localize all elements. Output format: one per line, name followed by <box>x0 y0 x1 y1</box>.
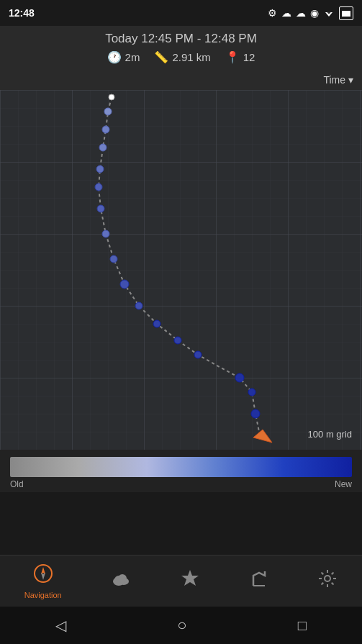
svg-point-15 <box>135 302 142 309</box>
svg-point-18 <box>194 351 202 358</box>
cloud-nav-icon <box>110 570 132 592</box>
svg-point-13 <box>110 255 117 263</box>
nav-item-track[interactable] <box>249 568 269 594</box>
battery-icon <box>339 6 353 20</box>
color-scale-labels: Old New <box>10 479 352 489</box>
cloud2-icon: ☁ <box>296 7 306 19</box>
svg-marker-24 <box>41 567 45 574</box>
color-scale-bar <box>10 457 352 477</box>
track-icon <box>249 568 269 594</box>
stat-duration: 🕐 2m <box>107 50 140 64</box>
track-svg <box>0 90 362 450</box>
star-icon <box>180 568 200 594</box>
svg-point-5 <box>109 94 114 100</box>
ruler-icon: 📏 <box>154 50 168 64</box>
status-bar: 12:48 ⚙ ☁ ☁ ◉ <box>0 0 362 26</box>
svg-marker-25 <box>41 573 45 580</box>
status-time: 12:48 <box>9 7 35 19</box>
nav-item-star[interactable] <box>180 568 200 594</box>
color-scale-old-label: Old <box>10 479 24 489</box>
header-stats: 🕐 2m 📏 2.91 km 📍 12 <box>0 50 362 64</box>
duration-value: 2m <box>125 51 140 63</box>
nav-item-settings[interactable] <box>317 568 338 594</box>
svg-point-8 <box>99 144 107 151</box>
stat-distance: 📏 2.91 km <box>154 50 210 64</box>
nav-item-navigation[interactable]: Navigation <box>24 563 62 599</box>
chevron-down-icon[interactable]: ▾ <box>348 74 353 86</box>
svg-point-11 <box>97 205 104 212</box>
back-button[interactable]: ◁ <box>55 617 66 634</box>
svg-point-12 <box>102 230 109 237</box>
status-icons: ⚙ ☁ ☁ ◉ <box>268 6 353 20</box>
points-value: 12 <box>243 51 255 63</box>
svg-point-6 <box>104 108 112 115</box>
svg-marker-22 <box>253 430 272 443</box>
header-title: Today 12:45 PM - 12:48 PM <box>0 32 362 46</box>
svg-point-21 <box>251 409 260 418</box>
svg-point-17 <box>174 337 181 344</box>
svg-point-29 <box>118 574 127 583</box>
svg-point-16 <box>153 320 160 327</box>
svg-point-20 <box>248 389 255 396</box>
location-icon: ◉ <box>310 7 319 19</box>
bottom-nav: Navigation <box>0 555 362 607</box>
time-filter-label[interactable]: Time <box>323 74 345 86</box>
settings-nav-icon <box>317 568 338 594</box>
clock-icon: 🕐 <box>107 50 122 64</box>
svg-point-14 <box>120 280 129 289</box>
time-filter-row: Time ▾ <box>0 71 362 90</box>
svg-marker-30 <box>181 570 199 586</box>
svg-point-32 <box>325 576 330 581</box>
nav-navigation-label: Navigation <box>24 591 62 599</box>
home-button[interactable]: ○ <box>177 616 186 635</box>
svg-point-10 <box>95 183 102 191</box>
wifi-icon <box>323 9 335 17</box>
color-scale-new-label: New <box>335 479 352 489</box>
color-scale-container: Old New <box>0 450 362 492</box>
compass-icon <box>33 563 53 589</box>
svg-point-7 <box>102 126 109 133</box>
grid-label: 100 m grid <box>308 429 352 440</box>
map-area: 100 m grid <box>0 90 362 450</box>
recent-button[interactable]: □ <box>298 617 307 634</box>
distance-value: 2.91 km <box>172 51 210 63</box>
nav-item-weather[interactable] <box>110 570 132 592</box>
svg-point-9 <box>96 165 104 173</box>
header: Today 12:45 PM - 12:48 PM 🕐 2m 📏 2.91 km… <box>0 26 362 71</box>
stat-points: 📍 12 <box>225 50 255 64</box>
pin-icon: 📍 <box>225 50 240 64</box>
svg-point-19 <box>235 373 244 382</box>
cloud-icon: ☁ <box>281 7 291 19</box>
sys-nav-bar: ◁ ○ □ <box>0 607 362 644</box>
settings-icon: ⚙ <box>268 7 277 19</box>
